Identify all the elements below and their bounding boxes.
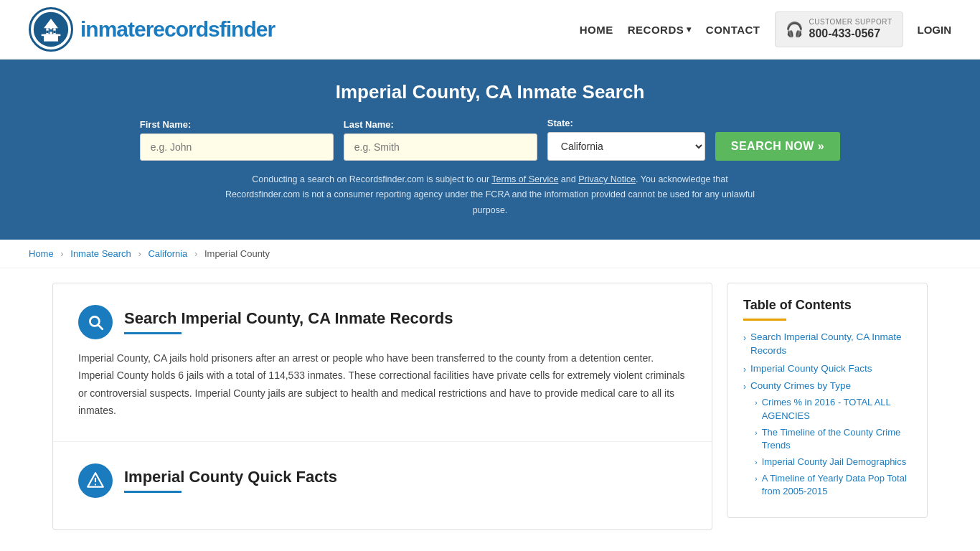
chevron-right-icon: › [743,332,746,344]
chevron-right-icon: › [755,474,758,484]
section1-underline [124,332,182,334]
nav-contact[interactable]: CONTACT [706,24,760,36]
breadcrumb-current: Imperial County [204,248,270,259]
toc-subitem-2: › The Timeline of the County Crime Trend… [755,426,911,452]
section1-body: Imperial County, CA jails hold prisoners… [78,349,687,420]
toc-sublist: › Crimes % in 2016 - TOTAL ALL AGENCIES … [743,396,911,498]
toc-subitem-1: › Crimes % in 2016 - TOTAL ALL AGENCIES [755,396,911,422]
toc-subitem-4: › A Timeline of Yearly Data Pop Total fr… [755,472,911,498]
svg-rect-8 [53,31,55,33]
customer-support-box: 🎧 CUSTOMER SUPPORT 800-433-0567 [775,11,903,47]
support-number: 800-433-0567 [809,27,892,40]
state-select[interactable]: California [547,132,705,161]
toc-title: Table of Contents [743,298,911,313]
toc-subitem-3: › Imperial County Jail Demographics [755,456,911,468]
nav-records-label: RECORDS [628,24,684,36]
breadcrumb-sep-1: › [60,248,63,259]
toc-link-2[interactable]: › Imperial County Quick Facts [743,362,911,376]
state-group: State: California [547,118,705,161]
hero-section: Imperial County, CA Inmate Search First … [0,60,980,240]
toc-link-3[interactable]: › County Crimes by Type [743,380,911,393]
svg-rect-9 [50,29,52,32]
logo-text: inmaterecordsfinder [80,17,275,42]
chevron-right-icon: › [743,364,746,376]
logo-area: inmaterecordsfinder [29,7,275,52]
support-text: CUSTOMER SUPPORT 800-433-0567 [809,18,892,40]
logo-plain: inmaterecords [80,17,220,41]
breadcrumb-home[interactable]: Home [29,248,54,259]
last-name-label: Last Name: [344,119,394,130]
breadcrumb-california[interactable]: California [148,248,187,259]
section2-title: Imperial County Quick Facts [124,468,337,486]
chevron-right-icon: › [743,381,746,393]
toc-sublink-3[interactable]: › Imperial County Jail Demographics [755,456,911,468]
first-name-input[interactable] [140,133,334,161]
breadcrumb-sep-3: › [194,248,197,259]
logo-icon [29,7,73,52]
toc-sublink-2[interactable]: › The Timeline of the County Crime Trend… [755,426,911,452]
toc-item-2: › Imperial County Quick Facts [743,362,911,376]
section2-title-block: Imperial County Quick Facts [124,468,337,493]
breadcrumb: Home › Inmate Search › California › Impe… [0,240,980,268]
main-wrapper: Search Imperial County, CA Inmate Record… [31,283,949,530]
toc-list: › Search Imperial County, CA Inmate Reco… [743,331,911,499]
section-quick-facts: Imperial County Quick Facts [53,442,712,529]
hero-title: Imperial County, CA Inmate Search [29,81,951,103]
toc-item-1: › Search Imperial County, CA Inmate Reco… [743,331,911,358]
section1-title: Search Imperial County, CA Inmate Record… [124,309,453,328]
chevron-down-icon: ▾ [687,24,692,34]
nav-home[interactable]: HOME [580,24,613,36]
last-name-group: Last Name: [344,119,537,161]
first-name-label: First Name: [140,119,192,130]
site-header: inmaterecordsfinder HOME RECORDS ▾ CONTA… [0,0,980,60]
nav-records[interactable]: RECORDS ▾ [628,24,692,36]
section2-underline [124,491,182,493]
main-nav: HOME RECORDS ▾ CONTACT 🎧 CUSTOMER SUPPOR… [580,11,951,47]
section1-header: Search Imperial County, CA Inmate Record… [78,305,687,339]
section-inmate-records: Search Imperial County, CA Inmate Record… [53,283,712,442]
logo-bold: finder [220,17,275,41]
sidebar: Table of Contents › Search Imperial Coun… [727,283,928,530]
section2-header: Imperial County Quick Facts [78,463,687,498]
section1-title-block: Search Imperial County, CA Inmate Record… [124,309,453,334]
last-name-input[interactable] [344,133,537,161]
tos-link[interactable]: Terms of Service [491,174,558,184]
svg-rect-6 [42,34,61,37]
login-button[interactable]: LOGIN [918,24,952,36]
state-label: State: [547,118,573,128]
search-section-icon [78,305,113,339]
search-button[interactable]: SEARCH NOW » [715,132,840,161]
toc-sublink-1[interactable]: › Crimes % in 2016 - TOTAL ALL AGENCIES [755,396,911,422]
support-label: CUSTOMER SUPPORT [809,18,892,27]
toc-item-3: › County Crimes by Type › Crimes % in 20… [743,380,911,498]
privacy-link[interactable]: Privacy Notice [578,174,636,184]
chevron-right-icon: › [755,428,758,438]
toc-sublink-4[interactable]: › A Timeline of Yearly Data Pop Total fr… [755,472,911,498]
hero-disclaimer: Conducting a search on Recordsfinder.com… [217,172,763,218]
toc-link-1[interactable]: › Search Imperial County, CA Inmate Reco… [743,331,911,358]
toc-box: Table of Contents › Search Imperial Coun… [727,283,928,518]
search-form: First Name: Last Name: State: California… [29,118,951,161]
breadcrumb-inmate-search[interactable]: Inmate Search [70,248,131,259]
first-name-group: First Name: [140,119,334,161]
svg-rect-7 [46,31,48,33]
chevron-right-icon: › [755,457,758,468]
chevron-right-icon: › [755,397,758,408]
headset-icon: 🎧 [786,21,804,38]
content-area: Search Imperial County, CA Inmate Record… [52,283,712,530]
svg-point-11 [95,484,96,485]
toc-underline [743,319,786,321]
warning-section-icon [78,463,113,498]
breadcrumb-sep-2: › [138,248,141,259]
